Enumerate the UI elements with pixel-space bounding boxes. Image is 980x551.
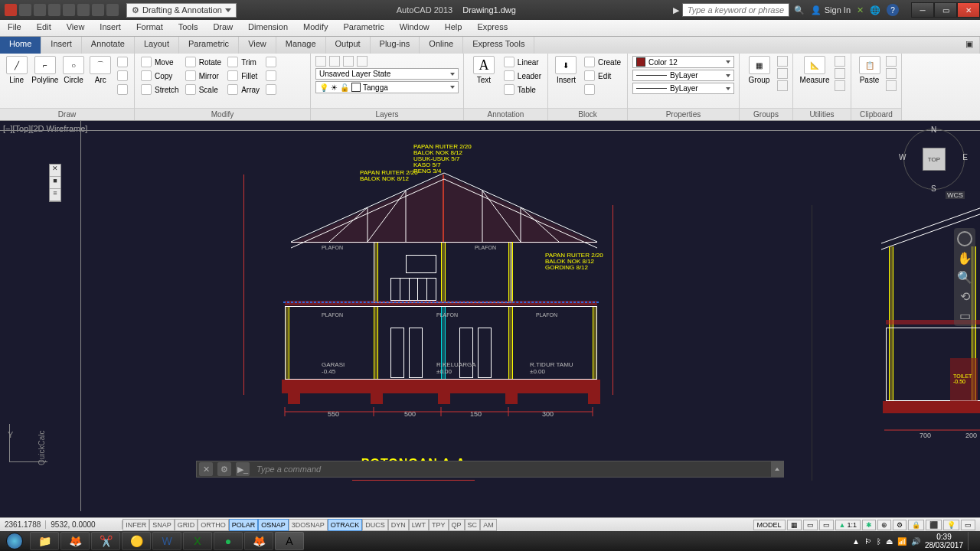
saveas-icon[interactable] <box>63 4 75 16</box>
menu-window[interactable]: Window <box>392 20 437 36</box>
show-hidden-icon[interactable]: ▲ <box>852 537 860 546</box>
menu-help[interactable]: Help <box>437 20 470 36</box>
color-dropdown[interactable]: Color 12 <box>632 56 734 68</box>
chrome-taskbar-icon[interactable]: 🟡 <box>122 532 151 550</box>
quickview-drawings-icon[interactable]: ▭ <box>819 520 834 530</box>
ungroup-icon[interactable] <box>777 56 788 67</box>
copy-button[interactable]: Copy <box>139 70 181 82</box>
toggle-polar[interactable]: POLAR <box>229 519 259 531</box>
create-block-button[interactable]: Create <box>583 56 622 68</box>
erase-button[interactable] <box>264 56 278 68</box>
toggle-snap[interactable]: SNAP <box>149 519 175 531</box>
help-search-input[interactable] <box>682 3 789 17</box>
quickview-layouts-icon[interactable]: ▭ <box>803 520 818 530</box>
open-icon[interactable] <box>34 4 46 16</box>
polyline-button[interactable]: ⌐Polyline <box>31 56 58 84</box>
mirror-button[interactable]: Mirror <box>184 70 223 82</box>
palette-pin-icon[interactable]: ■ <box>50 177 60 189</box>
command-line[interactable]: ✕ ⚙ ▶_ Type a command <box>196 461 784 478</box>
explorer-taskbar-icon[interactable]: 📁 <box>30 532 59 550</box>
fillet-button[interactable]: Fillet <box>226 70 261 82</box>
isolate-objects-icon[interactable]: 💡 <box>943 520 959 530</box>
bluetooth-icon[interactable]: ᛒ <box>877 537 881 546</box>
app-taskbar-icon[interactable]: 🦊 <box>60 532 90 550</box>
toggle-otrack[interactable]: OTRACK <box>328 519 363 531</box>
cut-icon[interactable] <box>886 56 897 67</box>
move-button[interactable]: Move <box>139 56 181 68</box>
command-input[interactable]: Type a command <box>252 465 771 474</box>
panel-layers-title[interactable]: Layers <box>311 108 463 120</box>
tab-view[interactable]: View <box>239 37 276 54</box>
tab-online[interactable]: Online <box>420 37 463 54</box>
toggle-osnap[interactable]: OSNAP <box>258 519 289 531</box>
viewcube[interactable]: TOP N S E W WCS <box>903 129 965 190</box>
explode-button[interactable] <box>264 70 278 82</box>
orbit-icon[interactable]: ⟲ <box>960 289 970 304</box>
stretch-button[interactable]: Stretch <box>139 83 181 96</box>
scale-button[interactable]: Scale <box>184 83 223 96</box>
arc-button[interactable]: ⌒Arc <box>89 56 113 84</box>
toggle-sc[interactable]: SC <box>465 519 481 531</box>
toggle-ducs[interactable]: DUCS <box>362 519 388 531</box>
toggle-tpy[interactable]: TPY <box>429 519 449 531</box>
stay-connected-icon[interactable]: 🌐 <box>870 5 880 15</box>
layer-prop-icon[interactable] <box>315 56 326 67</box>
linear-dim-button[interactable]: Linear <box>502 56 543 68</box>
maximize-button[interactable]: ▭ <box>934 2 957 18</box>
lineweight-dropdown[interactable]: ByLayer <box>632 83 734 94</box>
layer-dropdown[interactable]: 💡☀🔓Tangga <box>315 81 459 93</box>
anno-scale-button[interactable]: ▲1:1 <box>835 520 861 530</box>
menu-insert[interactable]: Insert <box>92 20 129 36</box>
layer-freeze-icon[interactable] <box>343 56 354 67</box>
toggle-infer[interactable]: INFER <box>122 519 149 531</box>
model-space-button[interactable]: MODEL <box>753 520 786 530</box>
palette-close-icon[interactable]: ✕ <box>50 165 60 177</box>
clock[interactable]: 0:39 28/03/2017 <box>925 533 963 549</box>
menu-draw[interactable]: Draw <box>205 20 240 36</box>
menu-file[interactable]: File <box>0 20 29 36</box>
snipping-taskbar-icon[interactable]: ✂️ <box>91 532 120 550</box>
menu-edit[interactable]: Edit <box>29 20 59 36</box>
toolbar-lock-icon[interactable]: 🔒 <box>908 520 924 530</box>
exchange-icon[interactable]: ✕ <box>857 5 864 15</box>
tab-annotate[interactable]: Annotate <box>82 37 135 54</box>
excel-taskbar-icon[interactable]: X <box>183 532 212 550</box>
grid-display-icon[interactable]: ▦ <box>787 520 802 530</box>
panel-block-title[interactable]: Block <box>548 108 627 120</box>
redo-icon[interactable] <box>106 4 119 16</box>
panel-draw-title[interactable]: Draw <box>0 108 134 120</box>
clean-screen-icon[interactable]: ▭ <box>961 520 975 530</box>
action-center-icon[interactable]: 🏳 <box>864 537 872 546</box>
table-button[interactable]: Table <box>502 83 543 96</box>
tool-palette[interactable]: ✕ ■ ≡ <box>49 164 61 202</box>
panel-groups-title[interactable]: Groups <box>740 108 792 120</box>
help-icon[interactable]: ? <box>887 4 899 16</box>
group-select-icon[interactable] <box>777 80 788 91</box>
sign-in-button[interactable]: 👤 Sign In <box>811 5 851 15</box>
steering-wheel-icon[interactable] <box>957 231 972 246</box>
network-icon[interactable]: 📶 <box>897 537 906 546</box>
array-button[interactable]: Array <box>226 83 261 96</box>
close-button[interactable]: ✕ <box>957 2 980 18</box>
trim-button[interactable]: Trim <box>226 56 261 68</box>
cmd-customize-icon[interactable]: ⚙ <box>217 462 231 476</box>
toggle-qp[interactable]: QP <box>449 519 465 531</box>
tab-home[interactable]: Home <box>0 37 41 54</box>
toggle-3dosnap[interactable]: 3DOSNAP <box>289 519 328 531</box>
autocad-taskbar-icon[interactable]: A <box>275 532 304 550</box>
plot-icon[interactable] <box>77 4 90 16</box>
hardware-accel-icon[interactable]: ⬛ <box>926 520 942 530</box>
calc-icon[interactable] <box>835 80 845 91</box>
ellipse-button[interactable] <box>116 70 129 82</box>
cmd-close-icon[interactable]: ✕ <box>199 462 213 476</box>
group-edit-icon[interactable] <box>777 68 788 79</box>
undo-icon[interactable] <box>92 4 104 16</box>
save-icon[interactable] <box>48 4 60 16</box>
drawing-canvas[interactable]: [−][Top][2D Wireframe] ✕ ■ ≡ <box>0 121 980 511</box>
menu-view[interactable]: View <box>59 20 93 36</box>
tab-manage[interactable]: Manage <box>276 37 326 54</box>
viewport-label[interactable]: [−][Top][2D Wireframe] <box>3 124 87 133</box>
search-dropdown-icon[interactable]: ▶ <box>673 5 679 15</box>
block-attr-button[interactable] <box>583 83 622 96</box>
toggle-ortho[interactable]: ORTHO <box>198 519 228 531</box>
